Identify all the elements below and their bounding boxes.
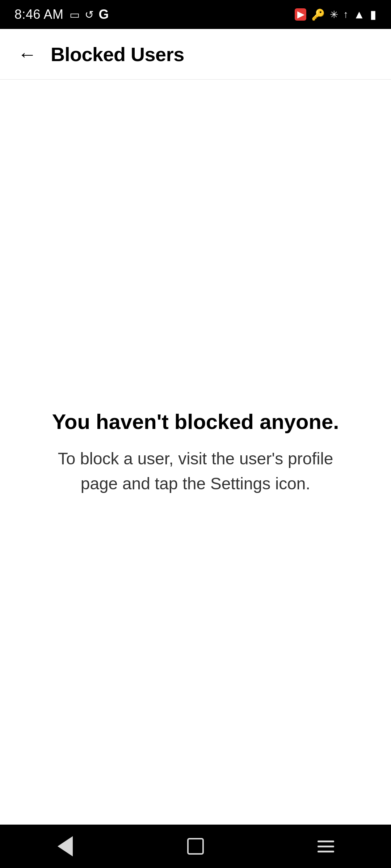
refresh-icon: ↺ <box>85 8 94 21</box>
app-bar: ← Blocked Users <box>0 29 391 80</box>
nav-home-button[interactable] <box>174 832 217 861</box>
key-icon: 🔑 <box>311 8 325 21</box>
empty-description: To block a user, visit the user's profil… <box>40 446 351 496</box>
main-content: You haven't blocked anyone. To block a u… <box>0 80 391 825</box>
nav-recents-button[interactable] <box>304 832 348 861</box>
wifi-icon: ▲ <box>353 8 365 21</box>
empty-title: You haven't blocked anyone. <box>52 408 339 435</box>
nav-recents-icon <box>318 841 334 852</box>
status-bar-left: 8:46 AM ▭ ↺ G <box>14 7 109 22</box>
empty-state: You haven't blocked anyone. To block a u… <box>40 408 351 496</box>
nav-bar <box>0 825 391 868</box>
signal-icon: ↑ <box>343 9 348 20</box>
g-icon: G <box>99 7 109 22</box>
status-bar: 8:46 AM ▭ ↺ G ▶ 🔑 ✳ ↑ ▲ ▮ <box>0 0 391 29</box>
back-arrow-icon: ← <box>18 45 37 64</box>
back-button[interactable]: ← <box>14 42 40 67</box>
nav-home-icon <box>187 838 204 855</box>
video-camera-icon: ▭ <box>70 8 80 21</box>
status-bar-right: ▶ 🔑 ✳ ↑ ▲ ▮ <box>295 8 377 21</box>
status-icons-left: ▭ ↺ G <box>70 7 109 22</box>
status-time: 8:46 AM <box>14 7 64 22</box>
page-title: Blocked Users <box>51 43 184 65</box>
nav-back-icon <box>58 836 73 856</box>
battery-icon: ▮ <box>370 8 377 21</box>
bluetooth-icon: ✳ <box>330 9 338 21</box>
nav-back-button[interactable] <box>43 832 87 861</box>
recording-badge: ▶ <box>295 8 306 21</box>
